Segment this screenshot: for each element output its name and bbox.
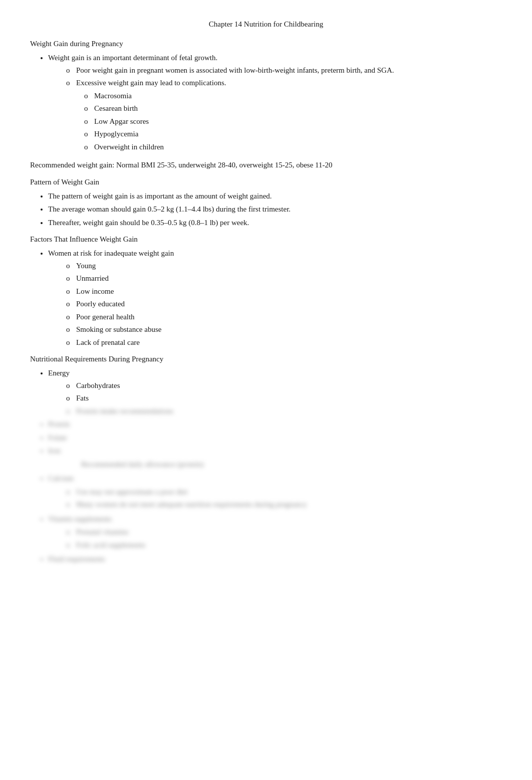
list-item-blurred: Vitamin supplements <box>48 513 502 525</box>
blurred-item: Recommended daily allowance (protein) <box>66 459 502 470</box>
section-heading-pattern: Pattern of Weight Gain <box>30 178 502 186</box>
list-item: Poorly educated <box>66 298 502 310</box>
list-item: The average woman should gain 0.5–2 kg (… <box>48 204 502 215</box>
section-heading-nutritional: Nutritional Requirements During Pregnanc… <box>30 355 502 363</box>
weight-gain-content: Weight gain is an important determinant … <box>30 52 502 152</box>
list-item: Thereafter, weight gain should be 0.35–0… <box>48 217 502 229</box>
list-item: Cesarean birth <box>84 103 502 114</box>
nutritional-content: Energy Carbohydrates Fats Protein intake… <box>30 367 502 565</box>
blurred-sub-item3: o Prenatal vitamins <box>66 526 502 538</box>
list-item: Excessive weight gain may lead to compli… <box>66 77 502 89</box>
blurred-sub-item2: o Many women do not meet adequate nutrit… <box>66 499 502 510</box>
list-item: Poor general health <box>66 311 502 323</box>
list-item: Hypoglycemia <box>84 128 502 140</box>
list-item: Carbohydrates <box>66 380 502 392</box>
list-item: Macrosomia <box>84 90 502 102</box>
pattern-content: The pattern of weight gain is as importa… <box>30 190 502 229</box>
list-item: Fats <box>66 393 502 404</box>
list-item-blurred: Protein <box>48 419 502 430</box>
page-title: Chapter 14 Nutrition for Childbearing <box>30 20 502 29</box>
list-item: Low income <box>66 286 502 297</box>
list-item-blurred: Fluid requirements <box>48 553 502 565</box>
list-item: Overweight in children <box>84 141 502 153</box>
list-item-energy: Energy Carbohydrates Fats Protein intake… <box>48 367 502 417</box>
list-item: Smoking or substance abuse <box>66 324 502 335</box>
list-item: Weight gain is an important determinant … <box>48 52 502 152</box>
list-item-blurred: Folate <box>48 432 502 444</box>
list-item: Low Apgar scores <box>84 116 502 127</box>
section-heading-factors: Factors That Influence Weight Gain <box>30 235 502 244</box>
list-item: Women at risk for inadequate weight gain… <box>48 248 502 348</box>
list-item: Poor weight gain in pregnant women is as… <box>66 65 502 76</box>
list-item: Lack of prenatal care <box>66 337 502 348</box>
blurred-sub-item: o Use may not approximate a poor diet <box>66 486 502 498</box>
list-item: Young <box>66 260 502 272</box>
list-item-blurred: Calcium <box>48 473 502 484</box>
list-item-blurred: Iron <box>48 445 502 457</box>
recommended-weight-gain-text: Recommended weight gain: Normal BMI 25-3… <box>30 159 502 171</box>
list-item: Unmarried <box>66 273 502 284</box>
blurred-sub-item4: o Folic acid supplements <box>66 539 502 551</box>
list-item: The pattern of weight gain is as importa… <box>48 190 502 202</box>
factors-content: Women at risk for inadequate weight gain… <box>30 248 502 348</box>
list-item-blurred: Protein intake recommendations <box>66 406 502 417</box>
section-heading-weight-gain: Weight Gain during Pregnancy <box>30 40 502 48</box>
